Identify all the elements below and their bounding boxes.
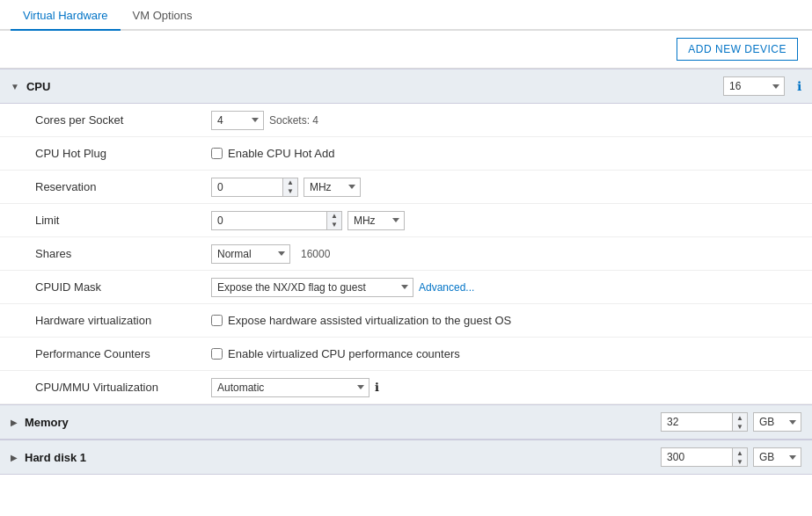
reservation-spinner: ▲ ▼ xyxy=(211,178,298,197)
cpu-hot-add-checkbox[interactable] xyxy=(211,148,223,159)
perf-counters-checkbox[interactable] xyxy=(211,348,223,360)
memory-spinner: ▲ ▼ xyxy=(661,412,748,432)
shares-value: 16000 xyxy=(301,248,330,260)
performance-counters-controls: Enable virtualized CPU performance count… xyxy=(211,347,801,360)
cpuid-mask-controls: Expose the NX/XD flag to guest None Adva… xyxy=(211,278,801,297)
main-content[interactable]: ▼ CPU 16 1 2 4 8 32 64 ℹ Cores per Socke… xyxy=(0,69,812,516)
hw-virt-label[interactable]: Expose hardware assisted virtualization … xyxy=(228,314,511,327)
hardware-virtualization-controls: Expose hardware assisted virtualization … xyxy=(211,314,801,327)
memory-spin-down[interactable]: ▼ xyxy=(733,422,747,431)
reservation-spin-buttons: ▲ ▼ xyxy=(282,178,297,196)
cpu-section-value: 16 1 2 4 8 32 64 ℹ xyxy=(723,76,801,96)
memory-spin-buttons: ▲ ▼ xyxy=(732,413,747,431)
tab-virtual-hardware[interactable]: Virtual Hardware xyxy=(11,2,121,31)
cpu-info-icon: ℹ xyxy=(797,79,801,93)
shares-select[interactable]: Normal Low High Custom xyxy=(211,244,290,264)
shares-controls: Normal Low High Custom 16000 xyxy=(211,244,801,264)
perf-counters-label[interactable]: Enable virtualized CPU performance count… xyxy=(228,347,460,360)
cpu-section-title: CPU xyxy=(26,80,723,93)
cpu-mmu-row: CPU/MMU Virtualization Automatic Hardwar… xyxy=(0,371,812,404)
harddisk-spin-buttons: ▲ ▼ xyxy=(732,448,747,466)
harddisk-section-header[interactable]: ▶ Hard disk 1 ▲ ▼ GB MB TB xyxy=(0,440,812,475)
cpu-hot-plug-controls: Enable CPU Hot Add xyxy=(211,147,801,160)
hw-virt-check-wrap: Expose hardware assisted virtualization … xyxy=(211,314,511,327)
harddisk-section-title: Hard disk 1 xyxy=(25,451,661,464)
sockets-label: Sockets: 4 xyxy=(269,114,318,127)
reservation-input[interactable] xyxy=(212,178,282,196)
cpuid-mask-label: CPUID Mask xyxy=(35,280,211,294)
reservation-controls: ▲ ▼ MHz GHz xyxy=(211,178,801,197)
harddisk-unit-select[interactable]: GB MB TB xyxy=(753,447,801,467)
memory-section-header[interactable]: ▶ Memory ▲ ▼ GB MB TB xyxy=(0,404,812,440)
cpu-hot-plug-row: CPU Hot Plug Enable CPU Hot Add xyxy=(0,137,812,171)
add-new-device-button[interactable]: ADD NEW DEVICE xyxy=(677,38,798,61)
cores-per-socket-controls: 4 1 2 8 Sockets: 4 xyxy=(211,111,801,130)
perf-counters-check-wrap: Enable virtualized CPU performance count… xyxy=(211,347,460,360)
reservation-spin-down[interactable]: ▼ xyxy=(283,187,297,196)
cpu-hot-plug-label: CPU Hot Plug xyxy=(35,147,211,160)
reservation-unit-select[interactable]: MHz GHz xyxy=(304,178,361,197)
cores-per-socket-select[interactable]: 4 1 2 8 xyxy=(211,111,264,130)
memory-unit-select[interactable]: GB MB TB xyxy=(753,412,801,432)
cpu-mmu-select[interactable]: Automatic Hardware CPU Virtualization So… xyxy=(211,378,369,397)
cores-per-socket-label: Cores per Socket xyxy=(35,113,211,127)
hardware-virtualization-label: Hardware virtualization xyxy=(35,314,211,327)
cpuid-mask-row: CPUID Mask Expose the NX/XD flag to gues… xyxy=(0,271,812,304)
toolbar: ADD NEW DEVICE xyxy=(0,31,812,69)
reservation-row: Reservation ▲ ▼ MHz GHz xyxy=(0,171,812,204)
hardware-virtualization-row: Hardware virtualization Expose hardware … xyxy=(0,304,812,338)
reservation-label: Reservation xyxy=(35,180,211,193)
reservation-spin-up[interactable]: ▲ xyxy=(283,178,297,187)
cpu-section-header[interactable]: ▼ CPU 16 1 2 4 8 32 64 ℹ xyxy=(0,69,812,104)
harddisk-input[interactable] xyxy=(662,448,732,466)
cores-per-socket-row: Cores per Socket 4 1 2 8 Sockets: 4 xyxy=(0,104,812,137)
limit-input[interactable] xyxy=(212,212,326,229)
memory-section-title: Memory xyxy=(25,416,661,429)
shares-row: Shares Normal Low High Custom 16000 xyxy=(0,237,812,271)
limit-controls: ▲ ▼ MHz GHz xyxy=(211,211,801,230)
performance-counters-label: Performance Counters xyxy=(35,347,211,360)
cpuid-mask-select[interactable]: Expose the NX/XD flag to guest None xyxy=(211,278,413,297)
tabs-bar: Virtual Hardware VM Options xyxy=(0,0,812,31)
harddisk-spinner: ▲ ▼ xyxy=(661,447,748,467)
limit-spin-down[interactable]: ▼ xyxy=(327,221,341,229)
memory-input[interactable] xyxy=(662,413,732,431)
cpu-mmu-controls: Automatic Hardware CPU Virtualization So… xyxy=(211,378,801,397)
memory-chevron-icon: ▶ xyxy=(11,418,18,427)
harddisk-section-value: ▲ ▼ GB MB TB xyxy=(661,447,801,467)
limit-row: Limit ▲ ▼ MHz GHz xyxy=(0,204,812,237)
limit-spin-buttons: ▲ ▼ xyxy=(326,212,341,229)
limit-spinner: ▲ ▼ xyxy=(211,211,342,230)
performance-counters-row: Performance Counters Enable virtualized … xyxy=(0,338,812,371)
cpu-count-select[interactable]: 16 1 2 4 8 32 64 xyxy=(723,76,785,96)
harddisk-chevron-icon: ▶ xyxy=(11,453,18,462)
cpu-hot-add-label[interactable]: Enable CPU Hot Add xyxy=(228,147,334,160)
cpuid-advanced-link[interactable]: Advanced... xyxy=(419,281,474,294)
harddisk-spin-down[interactable]: ▼ xyxy=(733,457,747,466)
cpu-mmu-info-icon: ℹ xyxy=(375,381,379,394)
harddisk-spin-up[interactable]: ▲ xyxy=(733,448,747,457)
memory-section-value: ▲ ▼ GB MB TB xyxy=(661,412,801,432)
limit-unit-select[interactable]: MHz GHz xyxy=(347,211,405,230)
cpu-hot-add-check-wrap: Enable CPU Hot Add xyxy=(211,147,334,160)
limit-spin-up[interactable]: ▲ xyxy=(327,212,341,221)
cpu-mmu-label: CPU/MMU Virtualization xyxy=(35,381,211,394)
hw-virt-checkbox[interactable] xyxy=(211,315,223,326)
cpu-chevron-icon: ▼ xyxy=(11,82,19,91)
shares-label: Shares xyxy=(35,247,211,260)
tab-vm-options[interactable]: VM Options xyxy=(121,2,205,31)
limit-label: Limit xyxy=(35,214,211,227)
memory-spin-up[interactable]: ▲ xyxy=(733,413,747,422)
